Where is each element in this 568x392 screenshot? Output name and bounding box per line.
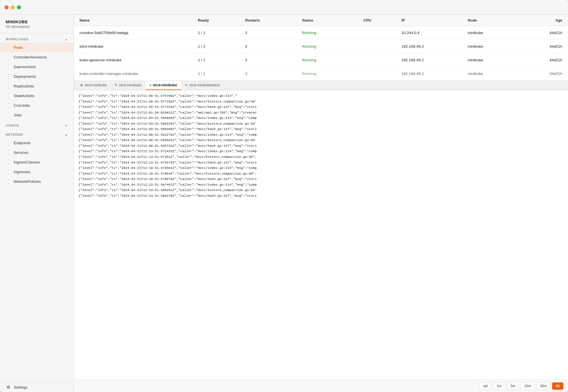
- table-row[interactable]: kube-apiserver-minikube 1 / 1 2 Running …: [74, 53, 568, 67]
- tab-tab3[interactable]: ≡ etcd-minikube: [145, 81, 181, 90]
- col-header-age: Age: [525, 18, 562, 22]
- settings-label: Settings: [14, 385, 28, 389]
- tab-label-tab1: etcd-minikube: [85, 83, 107, 87]
- sidebar: MINIKUBE All namespaces WORKLOADS ▲ Pods…: [0, 15, 74, 392]
- log-line: {"level":"info","ts":"2024-04-21T12:03:5…: [78, 121, 563, 127]
- chevron-up-icon: ▲: [65, 133, 68, 136]
- table-row[interactable]: kube-controller-manager-minikube 1 / 1 2…: [74, 67, 568, 81]
- sidebar-label-endpoints: Endpoints: [14, 141, 31, 145]
- deployments-icon: [6, 74, 11, 79]
- tab-tab4[interactable]: ✕ etcd-minikube/etcd: [181, 81, 223, 90]
- bottom-bar: tail1m5m15m30m1h: [74, 380, 568, 392]
- tab-label-tab3: etcd-minikube: [153, 83, 177, 87]
- cell-name-0: coredns-5dd5756b68-bwbgq: [80, 31, 198, 35]
- brand-name: MINIKUBE: [6, 19, 68, 24]
- sidebar-item-daemon-sets[interactable]: DaemonSets: [0, 62, 74, 72]
- services-icon: [6, 150, 11, 155]
- table-row[interactable]: etcd-minikube 1 / 1 2 Running 192.168.49…: [74, 40, 568, 53]
- sidebar-label-daemon-sets: DaemonSets: [14, 65, 36, 69]
- cell-ip-3: 192.168.49.2: [401, 72, 467, 76]
- sidebar-item-jobs[interactable]: Jobs: [0, 110, 74, 120]
- sidebar-label-services: Services: [14, 150, 28, 155]
- cell-restarts-0: 2: [245, 31, 302, 35]
- sidebar-label-stateful-sets: StatefulSets: [14, 94, 34, 98]
- jobs-icon: [6, 112, 11, 118]
- log-line: {"level":"info","ts":"2024-04-21T12:23:5…: [78, 187, 563, 193]
- section-config[interactable]: CONFIG ▼: [0, 120, 74, 129]
- sidebar-item-ingresses[interactable]: Ingresses: [0, 167, 74, 177]
- sidebar-item-endpoints[interactable]: Endpoints: [0, 138, 74, 148]
- log-line: {"level":"info","ts":"2024-04-21T12:18:5…: [78, 165, 563, 171]
- cell-restarts-1: 2: [245, 44, 302, 49]
- cell-age-3: 44d21h: [525, 72, 562, 76]
- log-line: {"level":"info","ts":"2024-04-21T12:03:5…: [78, 115, 563, 121]
- sidebar-item-pods[interactable]: Pods: [0, 43, 74, 52]
- content-area: Name Ready Restarts Status CPU IP Node A…: [74, 15, 568, 392]
- log-line: {"level":"info","ts":"2024-04-21T12:08:5…: [78, 137, 563, 143]
- log-line: {"level":"info","ts":"2024-04-21T12:08:5…: [78, 143, 563, 149]
- tab-label-tab4: etcd-minikube/etcd: [189, 83, 219, 87]
- stateful-sets-icon: [6, 93, 11, 98]
- workloads-label: WORKLOADS: [6, 37, 29, 41]
- log-line: {"level":"info","ts":"2024-04-21T12:23:5…: [78, 182, 563, 188]
- sidebar-label-ingress-classes: IngressClasses: [14, 160, 40, 164]
- minimize-button[interactable]: [11, 5, 15, 9]
- cell-ip-0: 10.244.0.4: [401, 31, 467, 35]
- sidebar-brand: MINIKUBE All namespaces: [0, 15, 74, 33]
- traffic-lights: [5, 5, 21, 9]
- col-header-node: Node: [468, 18, 525, 22]
- cell-node-1: minikube: [468, 44, 525, 49]
- sidebar-item-cron-jobs[interactable]: CronJobs: [0, 100, 74, 110]
- sidebar-item-settings[interactable]: ⚙ Settings: [0, 382, 74, 392]
- cell-ready-3: 1 / 1: [198, 72, 245, 76]
- sidebar-item-ingress-classes[interactable]: IngressClasses: [0, 157, 74, 167]
- cron-jobs-icon: [6, 103, 11, 108]
- time-btn-tail[interactable]: tail: [480, 382, 491, 390]
- controller-revisions-icon: [6, 54, 11, 60]
- time-btn-1m[interactable]: 1m: [493, 382, 505, 390]
- col-header-ip: IP: [401, 18, 467, 22]
- cell-node-3: minikube: [468, 72, 525, 76]
- tab-tab2[interactable]: ✎ etcd-minikube: [111, 81, 145, 90]
- replica-sets-icon: [6, 83, 11, 89]
- brand-subtitle: All namespaces: [6, 25, 68, 29]
- cell-node-0: minikube: [468, 31, 525, 35]
- pods-icon: [6, 45, 11, 50]
- log-line: {"level":"info","ts":"2024-04-21T12:18:5…: [78, 171, 563, 177]
- endpoints-icon: [6, 140, 11, 145]
- sidebar-item-deployments[interactable]: Deployments: [0, 72, 74, 81]
- sidebar-item-services[interactable]: Services: [0, 148, 74, 157]
- tab-icon-tab1: ⊞: [80, 83, 83, 87]
- cell-status-3: Running: [302, 72, 364, 76]
- time-btn-30m[interactable]: 30m: [536, 382, 550, 390]
- cell-age-1: 44d21h: [525, 44, 562, 49]
- section-workloads[interactable]: WORKLOADS ▲: [0, 33, 74, 43]
- log-line: {"level":"info","ts":"2024-04-21T12:03:5…: [78, 126, 563, 132]
- col-header-ready: Ready: [198, 18, 245, 22]
- titlebar: [0, 0, 568, 15]
- tabs-bar: ⊞ etcd-minikube ✎ etcd-minikube ≡ etcd-m…: [74, 81, 568, 90]
- time-btn-5m[interactable]: 5m: [507, 382, 519, 390]
- log-line: {"level":"info","ts":"2024-04-21T11:58:5…: [78, 93, 563, 99]
- cell-restarts-3: 2: [245, 72, 302, 76]
- main-window: MINIKUBE All namespaces WORKLOADS ▲ Pods…: [0, 0, 568, 392]
- log-line: {"level":"info","ts":"2024-04-21T12:23:5…: [78, 193, 563, 199]
- log-line: {"level":"info","ts":"2024-04-21T12:18:5…: [78, 176, 563, 182]
- close-button[interactable]: [5, 5, 9, 9]
- sidebar-item-controller-revisions[interactable]: ControllerRevisions: [0, 52, 74, 62]
- log-line: {"level":"info","ts":"2024-04-21T11:58:5…: [78, 104, 563, 110]
- section-network[interactable]: NETWORK ▲: [0, 129, 74, 138]
- time-btn-15m[interactable]: 15m: [521, 382, 534, 390]
- maximize-button[interactable]: [17, 5, 21, 9]
- cell-status-2: Running: [302, 58, 364, 62]
- cell-ip-1: 192.168.49.2: [401, 44, 467, 49]
- cell-age-2: 44d21h: [525, 58, 562, 62]
- time-btn-1h[interactable]: 1h: [552, 382, 563, 390]
- tab-tab1[interactable]: ⊞ etcd-minikube: [76, 81, 111, 90]
- sidebar-item-network-policies[interactable]: NetworkPolicies: [0, 177, 74, 186]
- network-label: NETWORK: [6, 133, 23, 136]
- table-row[interactable]: coredns-5dd5756b68-bwbgq 1 / 1 2 Running…: [74, 26, 568, 40]
- cell-ip-2: 192.168.49.2: [401, 58, 467, 62]
- sidebar-item-stateful-sets[interactable]: StatefulSets: [0, 91, 74, 100]
- sidebar-item-replica-sets[interactable]: ReplicaSets: [0, 81, 74, 91]
